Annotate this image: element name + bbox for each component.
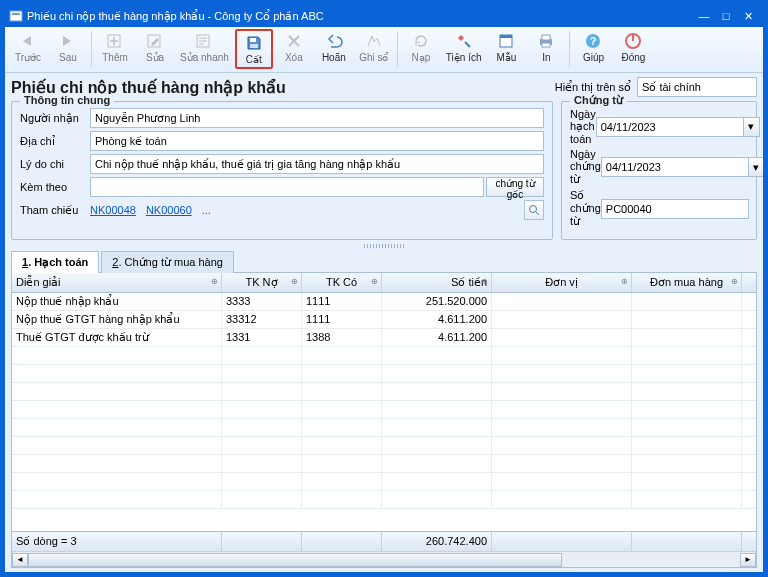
horizontal-scrollbar[interactable]: ◄ ► [12, 551, 756, 567]
cell[interactable] [492, 473, 632, 490]
cell[interactable]: 4.611.200 [382, 311, 492, 328]
cell[interactable] [222, 455, 302, 472]
prev-button[interactable]: Trước [9, 29, 47, 65]
save-button[interactable]: Cất [235, 29, 273, 69]
cell[interactable] [12, 383, 222, 400]
cell[interactable] [382, 491, 492, 508]
cell[interactable]: 1111 [302, 311, 382, 328]
cell[interactable] [12, 473, 222, 490]
reason-input[interactable] [90, 154, 544, 174]
cell[interactable] [632, 293, 742, 310]
cell[interactable]: 1111 [302, 293, 382, 310]
original-voucher-button[interactable]: chứng từ gốc [486, 177, 544, 197]
col-debit[interactable]: TK Nợ⊕ [222, 273, 302, 292]
cell[interactable] [302, 491, 382, 508]
col-credit[interactable]: TK Có⊕ [302, 273, 382, 292]
template-button[interactable]: Mẫu [487, 29, 525, 65]
cell[interactable] [302, 383, 382, 400]
table-row[interactable] [12, 347, 756, 365]
cell[interactable] [632, 491, 742, 508]
maximize-button[interactable]: □ [715, 10, 737, 22]
cell[interactable]: Thuế GTGT được khấu trừ [12, 329, 222, 346]
cell[interactable] [12, 365, 222, 382]
display-on-select[interactable] [637, 77, 757, 97]
reference-link-1[interactable]: NK00048 [90, 204, 136, 216]
cell[interactable] [632, 329, 742, 346]
cell[interactable] [302, 455, 382, 472]
col-unit[interactable]: Đơn vị⊕ [492, 273, 632, 292]
table-row[interactable] [12, 419, 756, 437]
col-description[interactable]: Diễn giải⊕ [12, 273, 222, 292]
scroll-right-button[interactable]: ► [740, 553, 756, 567]
table-row[interactable] [12, 365, 756, 383]
cell[interactable] [222, 365, 302, 382]
close-window-button[interactable]: ✕ [737, 10, 759, 23]
print-button[interactable]: In [527, 29, 565, 65]
table-row[interactable] [12, 401, 756, 419]
attach-input[interactable] [90, 177, 484, 197]
vno-input[interactable] [601, 199, 749, 219]
cell[interactable]: 3333 [222, 293, 302, 310]
cell[interactable] [492, 419, 632, 436]
add-button[interactable]: Thêm [96, 29, 134, 65]
cell[interactable] [12, 419, 222, 436]
cell[interactable] [632, 455, 742, 472]
cell[interactable] [222, 383, 302, 400]
cell[interactable] [632, 347, 742, 364]
cell[interactable] [302, 419, 382, 436]
table-row[interactable] [12, 437, 756, 455]
undo-button[interactable]: Hoãn [315, 29, 353, 65]
col-purchase[interactable]: Đơn mua hàng⊕ [632, 273, 742, 292]
cell[interactable] [492, 437, 632, 454]
reference-more[interactable]: ... [202, 204, 211, 216]
tab-purchase-voucher[interactable]: 2. Chứng từ mua hàng [101, 251, 234, 273]
address-input[interactable] [90, 131, 544, 151]
tab-accounting[interactable]: 1. Hạch toán [11, 251, 99, 273]
cell[interactable] [222, 473, 302, 490]
cell[interactable]: Nộp thuế GTGT hàng nhập khẩu [12, 311, 222, 328]
cell[interactable] [492, 311, 632, 328]
scroll-thumb[interactable] [28, 553, 562, 567]
vdate-input[interactable] [601, 157, 749, 177]
close-button[interactable]: Đóng [614, 29, 652, 65]
cell[interactable]: 1388 [302, 329, 382, 346]
cell[interactable] [382, 437, 492, 454]
cell[interactable] [382, 473, 492, 490]
cell[interactable] [382, 401, 492, 418]
cell[interactable] [302, 437, 382, 454]
cell[interactable] [302, 473, 382, 490]
utilities-button[interactable]: Tiện ích [442, 29, 486, 65]
cell[interactable] [302, 347, 382, 364]
table-row[interactable]: Nộp thuế nhập khẩu33331111251.520.000 [12, 293, 756, 311]
cell[interactable] [492, 401, 632, 418]
splitter-grip[interactable] [11, 242, 757, 250]
cell[interactable] [382, 383, 492, 400]
delete-button[interactable]: Xóa [275, 29, 313, 65]
table-row[interactable] [12, 491, 756, 509]
cell[interactable] [632, 419, 742, 436]
cell[interactable] [222, 401, 302, 418]
cell[interactable] [222, 491, 302, 508]
cell[interactable] [382, 419, 492, 436]
cell[interactable] [12, 347, 222, 364]
cell[interactable]: Nộp thuế nhập khẩu [12, 293, 222, 310]
cell[interactable] [222, 347, 302, 364]
edit-button[interactable]: Sửa [136, 29, 174, 65]
vdate-dropdown[interactable]: ▾ [749, 157, 763, 177]
cell[interactable] [12, 491, 222, 508]
minimize-button[interactable]: — [693, 10, 715, 22]
cell[interactable]: 251.520.000 [382, 293, 492, 310]
cell[interactable]: 1331 [222, 329, 302, 346]
cell[interactable] [632, 473, 742, 490]
table-row[interactable] [12, 473, 756, 491]
cell[interactable] [382, 365, 492, 382]
table-row[interactable] [12, 383, 756, 401]
postdate-input[interactable] [596, 117, 744, 137]
cell[interactable] [492, 365, 632, 382]
scroll-left-button[interactable]: ◄ [12, 553, 28, 567]
cell[interactable] [492, 491, 632, 508]
cell[interactable] [632, 311, 742, 328]
cell[interactable]: 4.611.200 [382, 329, 492, 346]
table-row[interactable]: Nộp thuế GTGT hàng nhập khẩu3331211114.6… [12, 311, 756, 329]
post-button[interactable]: Ghi sổ [355, 29, 393, 65]
